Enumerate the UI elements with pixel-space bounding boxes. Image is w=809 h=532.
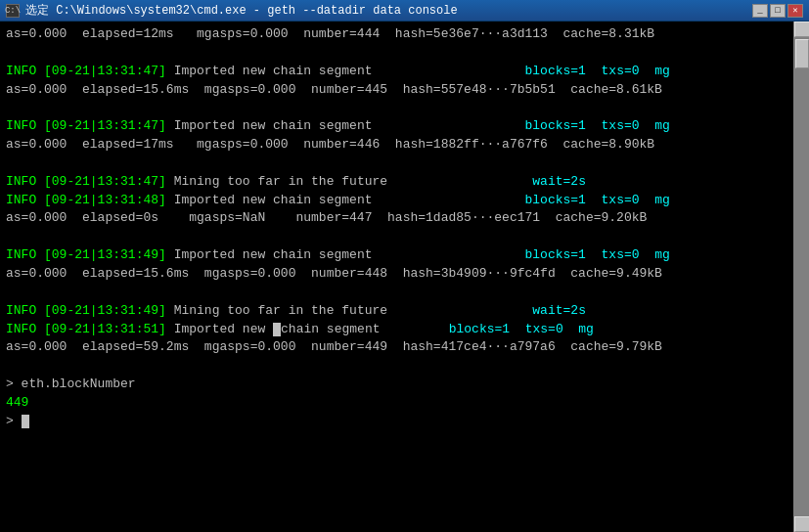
- scroll-track: [794, 37, 809, 516]
- blank-6: [6, 357, 803, 376]
- command-result: 449: [6, 394, 803, 413]
- command-prompt: > eth.blockNumber: [6, 376, 803, 394]
- log-line-7: INFO [09-21|13:31:49] Mining too far in …: [6, 302, 803, 321]
- log-line-2b: as=0.000 elapsed=15.6ms mgasps=0.000 num…: [6, 81, 803, 100]
- maximize-button[interactable]: □: [770, 4, 786, 18]
- log-line-8: INFO [09-21|13:31:51] Imported new chain…: [6, 321, 803, 339]
- console-area: as=0.000 elapsed=12ms mgasps=0.000 numbe…: [0, 22, 809, 532]
- log-line-2: INFO [09-21|13:31:47] Imported new chain…: [6, 63, 803, 81]
- title-bar-left: C:\ 选定 C:\Windows\system32\cmd.exe - get…: [6, 2, 458, 19]
- log-line-6: INFO [09-21|13:31:49] Imported new chain…: [6, 246, 803, 265]
- input-cursor: [22, 415, 29, 428]
- title-bar: C:\ 选定 C:\Windows\system32\cmd.exe - get…: [0, 0, 809, 22]
- log-line-3b: as=0.000 elapsed=17ms mgasps=0.000 numbe…: [6, 136, 803, 155]
- blank-4: [6, 228, 803, 246]
- log-line-5: INFO [09-21|13:31:48] Imported new chain…: [6, 192, 803, 210]
- blank-5: [6, 284, 803, 302]
- blank-1: [6, 44, 803, 63]
- log-line-5b: as=0.000 elapsed=0s mgasps=NaN number=44…: [6, 209, 803, 228]
- prompt-line: >: [6, 413, 803, 431]
- cmd-icon: C:\: [6, 4, 20, 18]
- scroll-down-button[interactable]: ▼: [794, 516, 809, 532]
- blank-3: [6, 155, 803, 173]
- log-line-8b: as=0.000 elapsed=59.2ms mgasps=0.000 num…: [6, 338, 803, 357]
- minimize-button[interactable]: _: [752, 4, 768, 18]
- close-button[interactable]: ✕: [787, 4, 803, 18]
- log-line-1: as=0.000 elapsed=12ms mgasps=0.000 numbe…: [6, 25, 803, 44]
- window-frame: C:\ 选定 C:\Windows\system32\cmd.exe - get…: [0, 0, 809, 532]
- title-text: 选定 C:\Windows\system32\cmd.exe - geth --…: [25, 2, 458, 19]
- blank-2: [6, 99, 803, 117]
- log-line-6b: as=0.000 elapsed=15.6ms mgasps=0.000 num…: [6, 265, 803, 284]
- log-line-4: INFO [09-21|13:31:47] Mining too far in …: [6, 173, 803, 192]
- log-line-3: INFO [09-21|13:31:47] Imported new chain…: [6, 117, 803, 136]
- text-cursor: [273, 323, 281, 336]
- scroll-up-button[interactable]: ▲: [794, 22, 809, 37]
- scrollbar[interactable]: ▲ ▼: [793, 22, 809, 532]
- title-buttons: _ □ ✕: [752, 4, 803, 18]
- scroll-thumb[interactable]: [795, 39, 809, 68]
